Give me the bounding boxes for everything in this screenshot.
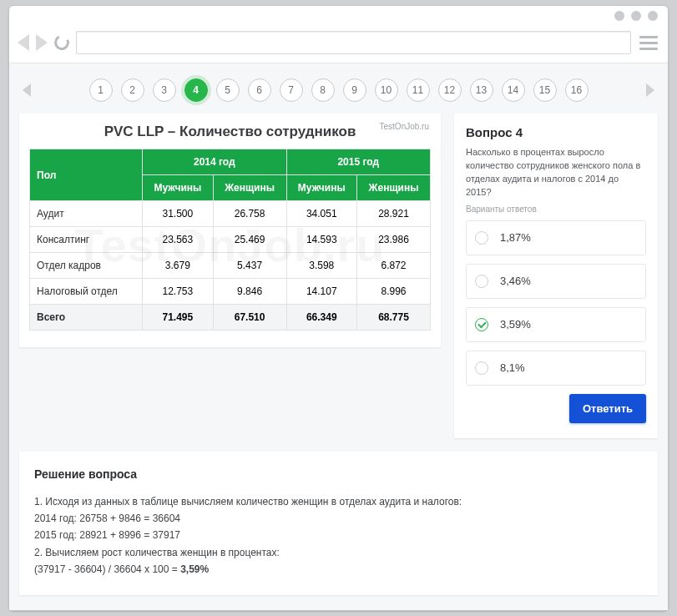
solution-line: 2014 год: 26758 + 9846 = 36604 (34, 510, 643, 527)
cell-value: 23.563 (143, 227, 213, 253)
cell-value: 25.469 (213, 227, 286, 253)
cell-value: 31.500 (143, 201, 213, 227)
pager-step-4[interactable]: 4 (184, 78, 208, 102)
browser-toolbar (9, 28, 668, 63)
cell-value: 26.758 (213, 201, 286, 227)
answer-option-2[interactable]: 3,46% (466, 264, 646, 299)
cell-value: 67.510 (213, 305, 286, 331)
menu-icon[interactable] (638, 33, 659, 53)
solution-line: 2. Вычисляем рост количества женщин в пр… (34, 544, 643, 561)
table-row: Аудит31.50026.75834.05128.921 (30, 201, 431, 227)
question-text: Насколько в процентах выросло количество… (466, 146, 646, 199)
table-header-men: Мужчины (286, 175, 356, 201)
cell-value: 23.986 (357, 227, 431, 253)
pager-step-2[interactable]: 2 (121, 78, 144, 102)
cell-value: 71.495 (143, 305, 213, 331)
cell-value: 6.872 (357, 253, 431, 279)
browser-window: 12345678910111213141516 TestOnJob.ru PVC… (8, 5, 669, 611)
solution-answer: 3,59% (180, 563, 209, 575)
table-header-year-2014: 2014 год (143, 149, 286, 175)
window-controls (614, 11, 658, 21)
cell-value: 8.996 (357, 279, 431, 305)
row-label: Аудит (30, 201, 143, 227)
table-row: Консалтинг23.56325.46914.59323.986 (30, 227, 431, 253)
question-title: Вопрос 4 (466, 125, 646, 139)
answer-label: 3,59% (500, 318, 531, 331)
answer-option-1[interactable]: 1,87% (466, 220, 646, 255)
cell-value: 68.775 (357, 305, 431, 331)
answer-option-4[interactable]: 8,1% (466, 351, 646, 386)
solution-title: Решение вопроса (34, 465, 643, 485)
pager-step-6[interactable]: 6 (248, 78, 271, 102)
radio-icon (475, 231, 488, 245)
window-control-dot[interactable] (631, 11, 641, 21)
answers-label: Варианты ответов (466, 204, 646, 214)
pager-step-15[interactable]: 15 (533, 78, 557, 102)
solution-line: 2015 год: 28921 + 8996 = 37917 (34, 527, 643, 543)
cell-value: 9.846 (213, 279, 286, 305)
table-row-total: Всего71.49567.51066.34968.775 (30, 305, 431, 331)
window-control-dot[interactable] (614, 11, 624, 21)
pager-step-12[interactable]: 12 (438, 78, 462, 102)
pager-prev-icon[interactable] (23, 83, 31, 97)
page-content: 12345678910111213141516 TestOnJob.ru PVC… (9, 63, 668, 610)
pager-step-3[interactable]: 3 (153, 78, 176, 102)
question-pager: 12345678910111213141516 (19, 75, 658, 114)
pager-next-icon[interactable] (646, 83, 654, 97)
cell-value: 5.437 (213, 253, 286, 279)
employee-table: Пол 2014 год 2015 год Мужчины Женщины Му… (29, 149, 431, 331)
window-titlebar (9, 6, 668, 28)
table-header-women: Женщины (357, 175, 431, 201)
pager-step-14[interactable]: 14 (502, 78, 525, 102)
row-label-total: Всего (30, 305, 143, 331)
cell-value: 66.349 (286, 305, 356, 331)
data-card: TestOnJob.ru PVC LLP – Количество сотруд… (19, 114, 441, 347)
cell-value: 3.679 (143, 253, 213, 279)
cell-value: 14.107 (286, 279, 356, 305)
answer-option-3[interactable]: 3,59% (466, 307, 646, 342)
pager-step-10[interactable]: 10 (375, 78, 398, 102)
watermark-small: TestOnJob.ru (380, 122, 429, 131)
forward-button[interactable] (36, 34, 48, 51)
table-row: Отдел кадров3.6795.4373.5986.872 (30, 253, 431, 279)
cell-value: 14.593 (286, 227, 356, 253)
row-label: Отдел кадров (30, 253, 143, 279)
answer-label: 3,46% (500, 275, 531, 287)
table-header-women: Женщины (213, 175, 286, 201)
radio-icon (475, 318, 488, 331)
solution-line: (37917 - 36604) / 36604 x 100 = 3,59% (34, 561, 643, 578)
pager-step-13[interactable]: 13 (470, 78, 493, 102)
pager-step-16[interactable]: 16 (565, 78, 589, 102)
pager-step-11[interactable]: 11 (407, 78, 430, 102)
reload-icon[interactable] (52, 33, 71, 52)
window-control-dot[interactable] (648, 11, 658, 21)
radio-icon (475, 361, 488, 375)
pager-step-8[interactable]: 8 (311, 78, 335, 102)
cell-value: 28.921 (357, 201, 431, 227)
table-header-men: Мужчины (143, 175, 213, 201)
pager-step-9[interactable]: 9 (343, 78, 366, 102)
table-header-pol: Пол (30, 149, 143, 201)
solution-line: 1. Исходя из данных в таблице вычисляем … (34, 493, 643, 510)
question-card: Вопрос 4 Насколько в процентах выросло к… (454, 114, 658, 438)
cell-value: 12.753 (143, 279, 213, 305)
radio-icon (475, 275, 488, 288)
row-label: Консалтинг (30, 227, 143, 253)
table-row: Налоговый отдел12.7539.84614.1078.996 (30, 279, 431, 305)
pager-step-5[interactable]: 5 (216, 78, 240, 102)
submit-button[interactable]: Ответить (569, 394, 646, 423)
solution-pre: (37917 - 36604) / 36604 x 100 = (34, 563, 180, 575)
answer-label: 8,1% (500, 361, 525, 374)
table-header-year-2015: 2015 год (286, 149, 430, 175)
solution-card: Решение вопроса 1. Исходя из данных в та… (19, 452, 658, 595)
pager-step-7[interactable]: 7 (280, 78, 303, 102)
back-button[interactable] (18, 34, 29, 51)
pager-step-1[interactable]: 1 (89, 78, 113, 102)
cell-value: 34.051 (286, 201, 356, 227)
cell-value: 3.598 (286, 253, 356, 279)
answer-label: 1,87% (500, 231, 531, 244)
table-title: PVC LLP – Количество сотрудников (29, 124, 431, 140)
url-input[interactable] (76, 31, 631, 54)
row-label: Налоговый отдел (30, 279, 143, 305)
